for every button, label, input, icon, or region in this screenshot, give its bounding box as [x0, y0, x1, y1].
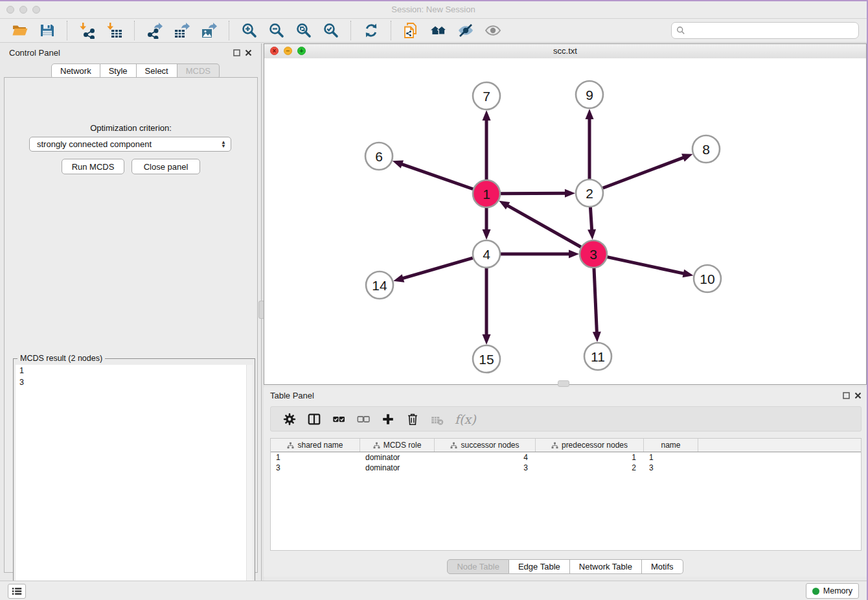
- tab-motifs[interactable]: Motifs: [642, 559, 683, 574]
- close-panel-button[interactable]: Close panel: [131, 159, 200, 174]
- import-network-icon: [79, 22, 96, 39]
- network-canvas[interactable]: 7968124314101511: [264, 58, 866, 384]
- network-graph: 7968124314101511: [264, 58, 866, 384]
- column-header-name[interactable]: name: [644, 439, 698, 452]
- control-panel-title: Control Panel: [9, 48, 60, 58]
- graph-node-label-14: 14: [372, 278, 387, 293]
- toolbar-separator: [67, 21, 68, 40]
- function-builder-button[interactable]: f(x): [453, 411, 476, 428]
- table-cell: 2: [536, 463, 644, 473]
- control-panel: Control Panel NetworkStyleSelectMCDS Opt…: [0, 43, 261, 582]
- float-icon: [233, 49, 240, 56]
- add-column-button[interactable]: [380, 411, 396, 428]
- search-field[interactable]: [671, 22, 859, 39]
- delete-table-button[interactable]: [429, 411, 446, 428]
- zoom-selected-button[interactable]: [321, 21, 341, 40]
- table-cell: 3: [271, 463, 360, 473]
- zoom-selected-icon: [323, 22, 339, 39]
- import-network-button[interactable]: [78, 21, 97, 40]
- clone-network-button[interactable]: [402, 21, 421, 40]
- zoom-fit-button[interactable]: [294, 21, 314, 40]
- export-table-button[interactable]: [172, 21, 192, 40]
- network-window-titlebar[interactable]: × − + scc.txt: [264, 44, 866, 59]
- import-table-icon: [106, 22, 123, 39]
- control-panel-tabs: NetworkStyleSelectMCDS: [51, 63, 220, 78]
- graph-edge-3-10[interactable]: [608, 257, 685, 274]
- column-label: successor nodes: [461, 441, 519, 450]
- result-line: 1: [16, 365, 246, 376]
- graph-edge-arrowhead: [588, 229, 596, 240]
- zoom-in-button[interactable]: [240, 21, 259, 40]
- mcds-result-textarea[interactable]: 13: [16, 365, 246, 600]
- open-session-button[interactable]: [10, 21, 30, 40]
- criterion-select[interactable]: strongly connected component ▲▼: [29, 137, 231, 152]
- refresh-view-button[interactable]: [361, 21, 381, 40]
- graph-edge-1-2[interactable]: [501, 193, 567, 194]
- export-network-button[interactable]: [145, 21, 165, 40]
- export-image-button[interactable]: [200, 21, 219, 40]
- memory-button[interactable]: Memory: [806, 583, 859, 599]
- tree-icon: [373, 442, 380, 449]
- table-settings-button[interactable]: [281, 411, 298, 428]
- deselect-all-button[interactable]: [355, 411, 372, 428]
- table-row[interactable]: 1dominator411: [271, 452, 861, 463]
- column-label: shared name: [297, 441, 343, 450]
- table-panel-close-button[interactable]: [854, 391, 862, 400]
- tree-icon: [287, 442, 294, 449]
- apply-layout-home-button[interactable]: [429, 21, 448, 40]
- control-panel-close-button[interactable]: [244, 49, 253, 57]
- search-input[interactable]: [685, 25, 858, 36]
- table-body: 1dominator4113dominator323: [271, 452, 861, 473]
- show-panels-button[interactable]: [8, 584, 26, 599]
- network-view-window: × − + scc.txt 7968124314101511: [264, 43, 867, 385]
- graph-edge-1-6[interactable]: [400, 164, 473, 189]
- save-session-button[interactable]: [38, 21, 57, 40]
- import-table-button[interactable]: [105, 21, 124, 40]
- node-table[interactable]: shared nameMCDS rolesuccessor nodesprede…: [270, 438, 862, 551]
- table-row[interactable]: 3dominator323: [271, 463, 861, 473]
- column-view-icon: [307, 412, 321, 426]
- graph-edge-arrowhead: [393, 160, 404, 168]
- table-panel-float-button[interactable]: [842, 391, 851, 400]
- tab-edge-table[interactable]: Edge Table: [509, 559, 570, 574]
- graph-edge-4-14[interactable]: [402, 258, 473, 279]
- splitter-handle-horizontal[interactable]: [558, 380, 569, 387]
- memory-status-icon: [812, 588, 819, 595]
- control-panel-float-button[interactable]: [233, 49, 241, 57]
- column-header-predecessor-nodes[interactable]: predecessor nodes: [536, 439, 644, 452]
- checked-boxes-icon: [332, 412, 346, 426]
- show-all-button[interactable]: [483, 21, 503, 40]
- save-floppy-icon: [39, 22, 56, 39]
- optimization-criterion-label: Optimization criterion:: [5, 123, 257, 133]
- graph-node-label-1: 1: [483, 187, 490, 202]
- float-icon: [843, 392, 850, 399]
- close-icon: [854, 392, 862, 399]
- graph-node-label-2: 2: [586, 186, 593, 201]
- graph-edge-3-11[interactable]: [594, 268, 597, 334]
- zoom-out-button[interactable]: [267, 21, 286, 40]
- column-header-successor-nodes[interactable]: successor nodes: [435, 439, 536, 452]
- table-cell: dominator: [360, 463, 435, 473]
- run-mcds-button[interactable]: Run MCDS: [62, 159, 124, 174]
- select-all-button[interactable]: [330, 411, 347, 428]
- table-cell: 1: [536, 452, 644, 463]
- delete-column-button[interactable]: [404, 411, 421, 428]
- graph-edge-2-3[interactable]: [590, 207, 591, 231]
- graph-edge-arrowhead: [393, 274, 404, 282]
- graph-edge-2-8[interactable]: [603, 157, 685, 188]
- mcds-result-title: MCDS result (2 nodes): [17, 354, 105, 363]
- mcds-result-groupbox: MCDS result (2 nodes) 13: [13, 358, 255, 600]
- graph-edge-3-1[interactable]: [506, 205, 580, 247]
- tab-node-table[interactable]: Node Table: [447, 559, 509, 574]
- tree-icon: [551, 442, 558, 449]
- graph-node-label-4: 4: [483, 247, 490, 262]
- tab-network-table[interactable]: Network Table: [570, 559, 642, 574]
- eye-slash-icon: [457, 22, 474, 39]
- hide-selected-button[interactable]: [456, 21, 475, 40]
- graph-node-label-3: 3: [589, 247, 597, 262]
- column-view-button[interactable]: [306, 411, 323, 428]
- column-header-shared-name[interactable]: shared name: [271, 439, 360, 452]
- result-scrollbar[interactable]: [246, 365, 253, 600]
- column-header-mcds-role[interactable]: MCDS role: [360, 439, 435, 452]
- graph-edge-arrowhead: [569, 250, 579, 259]
